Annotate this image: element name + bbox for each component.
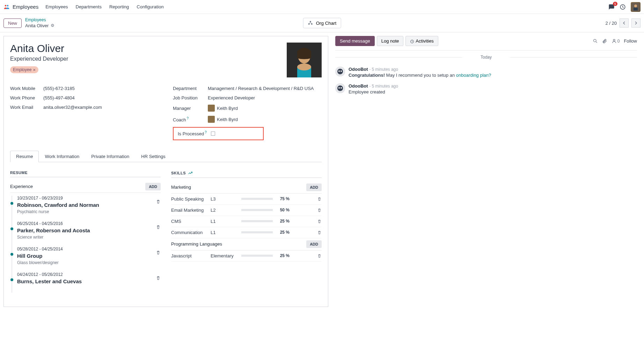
skill-percent: 75 % [276, 196, 290, 201]
tab-work-information[interactable]: Work Information [39, 151, 85, 162]
coach-value[interactable]: Keith Byrd [208, 116, 238, 123]
work-phone-label: Work Phone [10, 95, 43, 100]
nav-employees[interactable]: Employees [45, 4, 68, 9]
skill-percent: 50 % [276, 208, 290, 212]
trash-icon[interactable] [156, 199, 161, 204]
search-icon[interactable] [593, 38, 598, 44]
add-skill-button[interactable]: ADD [306, 183, 322, 191]
send-message-button[interactable]: Send message [335, 36, 375, 46]
tab-hr-settings[interactable]: HR Settings [135, 151, 171, 162]
work-email-value[interactable]: anita.oliver32@example.com [43, 105, 102, 110]
org-chart-button[interactable]: Org Chart [303, 18, 341, 28]
timeline-dates: 06/25/2014 - 04/25/2016 [17, 221, 161, 226]
trash-icon[interactable] [317, 254, 322, 258]
svg-point-1 [7, 5, 9, 7]
svg-point-7 [308, 23, 310, 25]
job-position-value[interactable]: Experienced Developer [208, 95, 255, 100]
attachment-icon[interactable] [602, 38, 607, 44]
nav-menu: Employees Departments Reporting Configur… [45, 4, 163, 9]
svg-point-14 [593, 39, 596, 42]
employee-tag[interactable]: Employee ✕ [10, 66, 38, 73]
skill-row[interactable]: Email Marketing L2 50 % [171, 205, 322, 216]
skill-level: Elementary [211, 253, 239, 258]
skill-name: Javascript [171, 253, 208, 258]
followers-icon[interactable]: 0 [612, 38, 620, 44]
breadcrumb-parent[interactable]: Employees [25, 17, 54, 23]
manager-value[interactable]: Keith Byrd [208, 105, 238, 112]
is-processed-label: Is Processed? [178, 130, 207, 136]
add-skill-button[interactable]: ADD [306, 240, 322, 248]
svg-point-6 [310, 21, 311, 22]
skill-row[interactable]: Communication L1 25 % [171, 227, 322, 238]
is-processed-checkbox[interactable] [211, 132, 215, 136]
skill-level: L3 [211, 196, 239, 202]
svg-point-15 [613, 39, 615, 41]
log-note-button[interactable]: Log note [377, 36, 404, 46]
tabs: Resume Work Information Private Informat… [10, 151, 322, 162]
nav-departments[interactable]: Departments [76, 4, 102, 9]
tag-remove-icon[interactable]: ✕ [33, 68, 36, 72]
skill-row[interactable]: CMS L1 25 % [171, 216, 322, 227]
pager-prev-button[interactable] [620, 18, 629, 28]
pager-next-button[interactable] [631, 18, 641, 28]
timeline-item[interactable]: 05/28/2012 - 04/25/2014 Hill Group Glass… [17, 247, 161, 272]
manager-label: Manager [173, 106, 208, 111]
timeline-item[interactable]: 10/23/2017 - 06/23/2019 Robinson, Crawfo… [17, 196, 161, 221]
activities-clock-icon[interactable] [620, 4, 626, 10]
help-icon[interactable]: ? [205, 130, 207, 134]
work-phone-value[interactable]: (555)-497-4804 [43, 95, 75, 100]
app-logo[interactable]: Employees [3, 4, 38, 10]
message-text: Employee created [349, 89, 398, 95]
trash-icon[interactable] [156, 225, 161, 230]
activities-button[interactable]: Activities [405, 36, 438, 46]
skill-row[interactable]: Javascript Elementary 25 % [171, 250, 322, 262]
help-icon[interactable]: ? [187, 117, 189, 120]
skill-group-header: Programming Languages ADD [171, 238, 322, 250]
employee-header: Anita Oliver Experienced Developer Emplo… [10, 43, 322, 77]
message-time: - 5 minutes ago [369, 67, 398, 72]
svg-point-23 [341, 87, 342, 89]
work-mobile-value[interactable]: (555)-672-3185 [43, 86, 75, 91]
timeline-title: Hill Group [17, 253, 161, 259]
skills-section-header: SKILLS [171, 171, 322, 178]
timeline-desc: Science writer [17, 235, 161, 240]
message-author: OdooBot [349, 83, 368, 89]
trash-icon[interactable] [317, 197, 322, 201]
breadcrumb: Employees Anita Oliver ⚙ [25, 17, 54, 29]
gear-icon[interactable]: ⚙ [51, 23, 54, 29]
employee-photo[interactable] [287, 43, 322, 77]
nav-configuration[interactable]: Configuration [137, 4, 163, 9]
timeline-item[interactable]: 06/25/2014 - 04/25/2016 Parker, Roberson… [17, 221, 161, 247]
employee-job-title[interactable]: Experienced Developer [10, 56, 68, 62]
message-link[interactable]: onboarding plan? [456, 73, 491, 78]
trash-icon[interactable] [317, 219, 322, 224]
skill-name: CMS [171, 219, 208, 224]
messages-icon[interactable]: 5 [608, 4, 615, 10]
nav-reporting[interactable]: Reporting [109, 4, 129, 9]
skill-name: Email Marketing [171, 208, 208, 213]
skill-level: L1 [211, 219, 239, 224]
department-value[interactable]: Management / Research & Development / R&… [208, 86, 314, 91]
resume-section-header: RESUME [10, 171, 161, 177]
new-button[interactable]: New [3, 18, 22, 28]
user-avatar[interactable] [631, 2, 641, 12]
skill-row[interactable]: Public Speaking L3 75 % [171, 194, 322, 205]
tab-private-information[interactable]: Private Information [85, 151, 135, 162]
add-experience-button[interactable]: ADD [145, 183, 161, 190]
follow-button[interactable]: Follow [624, 38, 637, 44]
timeline-title: Robinson, Crawford and Norman [17, 202, 161, 208]
chevron-right-icon [634, 21, 638, 25]
tab-resume[interactable]: Resume [10, 151, 39, 162]
chart-icon[interactable] [188, 171, 193, 175]
right-fields: Department Management / Research & Devel… [173, 84, 322, 143]
trash-icon[interactable] [317, 230, 322, 235]
chatter-toolbar: Send message Log note Activities 0 Follo… [335, 36, 637, 51]
trash-icon[interactable] [156, 276, 161, 280]
timeline-item[interactable]: 04/24/2012 - 05/26/2012 Burns, Lester an… [17, 272, 161, 293]
svg-point-22 [338, 87, 340, 89]
employee-name[interactable]: Anita Oliver [10, 43, 68, 54]
trash-icon[interactable] [317, 208, 322, 212]
trash-icon[interactable] [156, 250, 161, 255]
coach-avatar [208, 116, 215, 123]
work-mobile-label: Work Mobile [10, 86, 43, 91]
